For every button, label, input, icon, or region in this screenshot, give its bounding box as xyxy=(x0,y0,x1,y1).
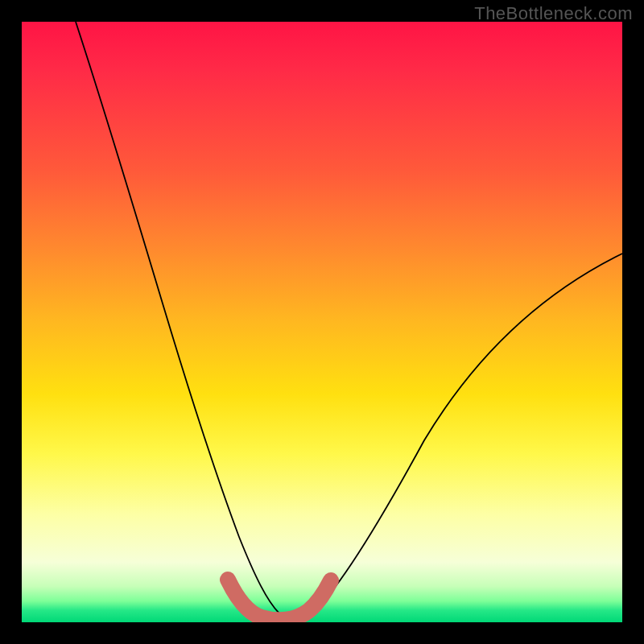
watermark-text: TheBottleneck.com xyxy=(474,3,633,24)
bottleneck-curve xyxy=(76,22,622,618)
plot-area xyxy=(22,22,622,622)
chart-svg xyxy=(22,22,622,622)
optimal-marker xyxy=(228,580,331,620)
chart-frame: TheBottleneck.com xyxy=(0,0,644,644)
